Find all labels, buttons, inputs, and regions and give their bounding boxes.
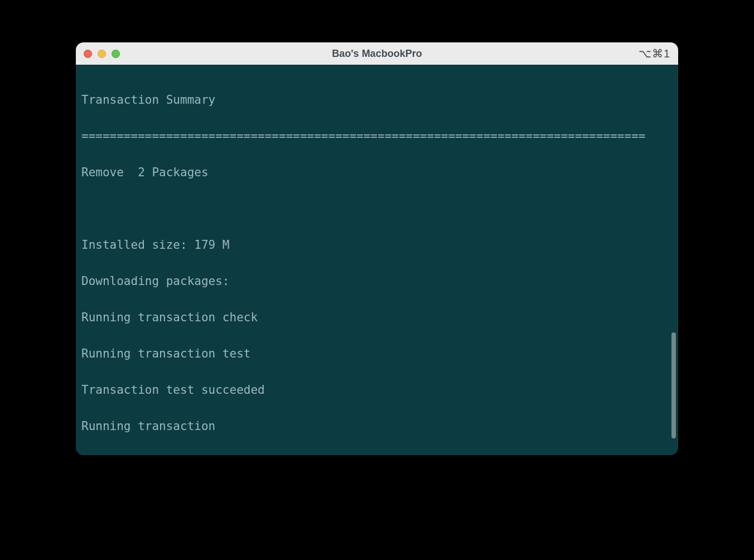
step-count: 1/2 [641, 453, 673, 455]
txn-check: Running transaction check [81, 308, 673, 327]
txn-summary-heading: Transaction Summary [81, 91, 673, 109]
close-icon[interactable] [84, 50, 92, 58]
blank [81, 200, 673, 218]
terminal-viewport: Transaction Summary ====================… [76, 65, 678, 455]
installed-size: Installed size: 179 M [81, 236, 673, 254]
zoom-icon[interactable] [112, 50, 120, 58]
window-shortcut: ⌥⌘1 [639, 47, 670, 60]
txn-test-ok: Transaction test succeeded [81, 381, 673, 399]
downloading: Downloading packages: [81, 272, 673, 291]
remove-summary: Remove 2 Packages [81, 163, 673, 182]
txn-running: Running transaction [81, 417, 673, 436]
step-label: Erasing : MariaDB-server-10.3.27-1.el7.c… [81, 453, 484, 455]
traffic-lights [84, 50, 120, 58]
scrollbar[interactable] [671, 332, 676, 438]
step-row: Erasing : MariaDB-server-10.3.27-1.el7.c… [81, 453, 673, 455]
txn-test: Running transaction test [81, 345, 673, 363]
window-title: Bao's MacbookPro [76, 48, 678, 60]
terminal-body[interactable]: Transaction Summary ====================… [76, 65, 678, 455]
divider: ========================================… [81, 127, 673, 146]
titlebar[interactable]: Bao's MacbookPro ⌥⌘1 [76, 42, 678, 65]
terminal-window: Bao's MacbookPro ⌥⌘1 Transaction Summary… [76, 42, 678, 455]
minimize-icon[interactable] [98, 50, 106, 58]
